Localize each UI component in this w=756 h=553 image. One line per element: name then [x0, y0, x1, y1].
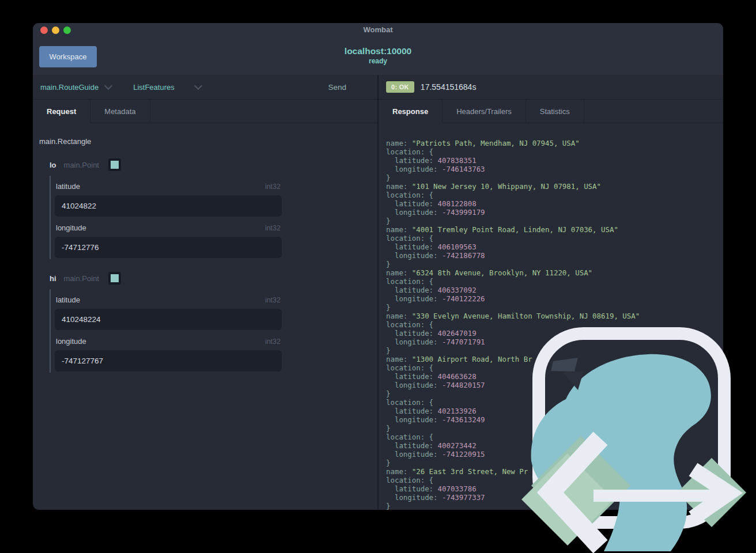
field-group-header: hi main.Point [50, 272, 377, 285]
form-row: longitude int32 [55, 337, 282, 372]
response-line: location: { [386, 277, 723, 286]
tab-request[interactable]: Request [33, 100, 90, 123]
latitude-input[interactable] [55, 195, 282, 217]
longitude-label: longitude [56, 224, 86, 232]
field-group-body: latitude int32 longitude int32 [50, 176, 282, 259]
field-checkbox[interactable] [108, 158, 121, 171]
type-badge: int32 [265, 296, 281, 304]
response-line: latitude: 408122808 [386, 199, 723, 208]
response-line: longitude: -746143763 [386, 165, 723, 173]
response-line: } [386, 303, 723, 312]
checkbox-fill [111, 161, 119, 169]
response-line: location: { [386, 191, 723, 199]
message-type-label: main.Rectangle [39, 137, 377, 146]
longitude-input[interactable] [55, 237, 282, 258]
field-name-label: lo [50, 161, 56, 169]
request-tabbar: Request Metadata [33, 100, 377, 123]
response-line: } [386, 217, 723, 225]
server-address: localhost:10000 [33, 46, 723, 56]
method-select[interactable]: ListFeatures [133, 83, 175, 92]
tab-headers-trailers[interactable]: Headers/Trailers [443, 100, 526, 123]
request-toolbar: main.RouteGuide ListFeatures Send [33, 75, 377, 100]
response-line: } [386, 260, 723, 268]
window-header: Wombat Workspace localhost:10000 ready [33, 23, 723, 75]
connection-state: ready [33, 58, 723, 66]
type-badge: int32 [265, 338, 281, 346]
field-group-body: latitude int32 longitude int32 [50, 289, 282, 373]
response-line: name: "4001 Tremley Point Road, Linden, … [386, 225, 723, 234]
longitude-input[interactable] [55, 350, 282, 372]
wombat-ear-shadow [551, 358, 578, 372]
field-group-lo: lo main.Point latitude int32 [33, 158, 377, 259]
field-checkbox[interactable] [108, 272, 121, 285]
checkbox-fill [111, 274, 119, 282]
response-tabbar: Response Headers/Trailers Statistics [379, 100, 723, 123]
desktop: { "window": { "title": "Wombat" }, "head… [0, 0, 756, 553]
request-form: main.Rectangle lo main.Point latitude in… [33, 123, 377, 510]
response-line: longitude: -742186778 [386, 251, 723, 260]
tabbar-filler [150, 100, 378, 123]
status-badge: 0: OK [386, 81, 414, 93]
window-title: Wombat [33, 25, 723, 34]
longitude-label: longitude [56, 337, 86, 346]
response-line: name: "6324 8th Avenue, Brooklyn, NY 112… [386, 268, 723, 277]
field-name-label: hi [50, 274, 56, 283]
response-line: } [386, 173, 723, 182]
latitude-label: latitude [56, 182, 80, 191]
type-badge: int32 [265, 183, 281, 191]
field-group-hi: hi main.Point latitude int32 [33, 272, 377, 373]
field-type-label: main.Point [64, 274, 99, 283]
field-type-label: main.Point [64, 161, 99, 169]
response-line: longitude: -743999179 [386, 208, 723, 217]
response-line: name: "Patriots Path, Mendham, NJ 07945,… [386, 139, 723, 147]
tab-response[interactable]: Response [379, 100, 443, 123]
arrow-shaft [594, 490, 723, 502]
response-toolbar: 0: OK 17.554151684s [379, 75, 723, 100]
field-group-header: lo main.Point [50, 158, 377, 171]
latitude-label: latitude [56, 296, 80, 304]
response-line: latitude: 406337092 [386, 286, 723, 294]
connection-status: localhost:10000 ready [33, 46, 723, 66]
service-select[interactable]: main.RouteGuide [40, 83, 99, 92]
response-line: name: "101 New Jersey 10, Whippany, NJ 0… [386, 182, 723, 191]
chevron-down-icon[interactable] [194, 82, 202, 90]
request-duration: 17.554151684s [421, 82, 477, 92]
response-line: latitude: 407838351 [386, 156, 723, 165]
response-line: name: "330 Evelyn Avenue, Hamilton Towns… [386, 312, 723, 320]
response-line: location: { [386, 147, 723, 156]
latitude-input[interactable] [55, 309, 282, 330]
form-row: latitude int32 [55, 182, 282, 217]
chevron-down-icon[interactable] [104, 82, 112, 90]
tab-statistics[interactable]: Statistics [526, 100, 584, 123]
form-row: longitude int32 [55, 224, 282, 258]
tabbar-filler [584, 100, 723, 123]
response-line: location: { [386, 234, 723, 243]
form-row: latitude int32 [55, 296, 282, 330]
send-button[interactable]: Send [324, 82, 350, 92]
response-line: latitude: 406109563 [386, 243, 723, 251]
tab-metadata[interactable]: Metadata [90, 100, 150, 123]
wombat-logo [519, 325, 755, 553]
response-line: longitude: -740122226 [386, 294, 723, 303]
type-badge: int32 [265, 224, 281, 232]
request-panel: main.RouteGuide ListFeatures Send Reques… [33, 75, 377, 510]
